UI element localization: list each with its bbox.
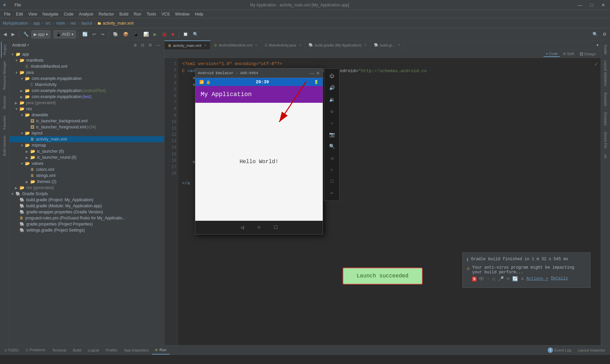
breadcrumb-app[interactable]: app [33,21,40,26]
tree-androidmanifest[interactable]: 🗎 AndroidManifest.xml [9,63,164,69]
emulator-nav-back[interactable]: ◁ [241,224,244,231]
tabs-overflow[interactable]: ▾ [594,42,601,49]
emulator-minimize-btn[interactable]: — [310,70,315,76]
menu-window[interactable]: Window [172,11,192,17]
menu-file[interactable]: File [1,11,13,17]
tree-mipmap[interactable]: ▼ 📂 mipmap [9,142,164,148]
tab-build-gr[interactable]: 🐘 build.gr... ✕ [371,40,404,50]
tree-java[interactable]: ▼ 📂 java [9,69,164,75]
view-design-btn[interactable]: 🖼 Design [578,51,598,57]
tree-colors[interactable]: 🗎 colors.xml [9,166,164,173]
toolbar-layout-inspector[interactable]: 🔍 [191,31,200,38]
emulator-vol-down-btn[interactable]: 🔉 [327,95,337,104]
toolbar-forward[interactable]: ▶ [9,31,17,38]
bottom-tab-todo[interactable]: ≡ TODO [1,345,22,355]
right-emulator-icon[interactable]: Emulator [602,110,609,128]
panel-hide-btn[interactable]: — [155,42,162,48]
tab-mainactivity-close[interactable]: ✕ [299,43,301,47]
emulator-zoom-btn[interactable]: 🔍 [327,142,337,151]
bottom-tab-build[interactable]: Build [69,345,84,355]
panel-collapse-btn[interactable]: ⊟ [140,42,146,48]
emulator-rotate-btn[interactable]: ◇ [328,107,335,116]
code-editor[interactable]: 1 2 3 4 5 6 7 8 9 10 11 12 13 14 15 16 1… [165,58,601,345]
menu-navigate[interactable]: Navigate [40,11,61,17]
tab-androidmanifest[interactable]: 🗎 AndroidManifest.xml ✕ [210,40,262,50]
emulator-vol-up-btn[interactable]: 🔊 [327,83,337,93]
breadcrumb-layout[interactable]: layout [81,21,92,26]
tree-gradle-scripts[interactable]: ▼ 🐘 Gradle Scripts [9,191,164,197]
sidebar-structure-icon[interactable]: Structure [1,93,8,112]
tab-build-gradle[interactable]: 🐘 build.gradle (My Application) ✕ [305,40,370,50]
tab-mainactivity[interactable]: C MainActivity.java ✕ [261,40,305,50]
toolbar-undo[interactable]: ↩ [90,31,98,38]
bottom-tab-terminal[interactable]: Terminal [49,345,69,355]
close-button[interactable]: ✕ [599,2,607,8]
tree-com-example[interactable]: ▼ 📂 com.example.myapplication [9,75,164,82]
right-gradle-icon[interactable]: Gradle [602,42,609,57]
tree-gradle-properties[interactable]: 🐘 gradle.properties (Project Properties) [9,221,164,227]
app-dropdown[interactable]: ▶ app ▾ [31,30,50,38]
sidebar-build-variants-icon[interactable]: Build Variants [1,133,8,159]
menu-analyze[interactable]: Analyze [76,11,96,17]
menu-edit[interactable]: Edit [13,11,26,17]
sidebar-project-icon[interactable]: Project [1,42,8,58]
toolbar-back[interactable]: ◀ [1,31,9,38]
title-bar-menu-file[interactable]: File [12,2,24,8]
emulator-square-btn[interactable]: □ [328,177,335,186]
tree-values[interactable]: ▼ 📂 values [9,160,164,166]
bottom-event-log[interactable]: 3 Event Log [544,345,575,355]
tree-strings[interactable]: 🗎 strings.xml [9,173,164,179]
toolbar-run-config[interactable]: 🔧 [21,31,31,38]
actions-link[interactable]: Actions ▾ [526,276,548,282]
tree-themes[interactable]: ▶ 📂 themes (2) [9,179,164,185]
right-assistant-icon[interactable]: Assistant [602,90,609,109]
bottom-tab-problems[interactable]: ⚠ Problems [22,345,49,355]
emulator-close-btn[interactable]: ✕ [316,70,320,76]
tree-ic-fg[interactable]: 🖼 ic_launcher_foreground.xml (v24) [9,124,164,130]
tab-activity-main[interactable]: 🗎 activity_main.xml ✕ [165,40,210,50]
tree-build-gradle-project[interactable]: 🐘 build.gradle (Project: My_Application) [9,197,164,203]
view-code-btn[interactable]: ≡ Code [544,51,560,57]
tree-androidtest[interactable]: ▶ 📂 com.example.myapplication (androidTe… [9,88,164,94]
bottom-tab-app-inspection[interactable]: App Inspection [121,345,152,355]
emulator-nav-home[interactable]: ○ [257,224,261,231]
breadcrumb-myapplication[interactable]: MyApplication [3,21,28,26]
tree-settings-gradle[interactable]: 🐘 settings.gradle (Project Settings) [9,227,164,233]
tab-androidmanifest-close[interactable]: ✕ [255,43,258,47]
avd-dropdown[interactable]: 📱 AVD ▾ [54,30,76,38]
details-link[interactable]: Details [551,276,568,282]
minimize-button[interactable]: — [576,2,584,8]
right-ret-icon[interactable]: ret [602,152,609,161]
tab-activity-main-close[interactable]: ✕ [204,43,207,47]
toolbar-run[interactable]: ▶ [151,31,159,38]
emulator-power-btn[interactable]: ⏻ [327,71,336,81]
tree-ic-launcher[interactable]: ▶ 📂 ic_launcher (6) [9,148,164,154]
toolbar-search-everywhere[interactable]: 🔍 [590,31,600,38]
toolbar-profiler[interactable]: 📊 [141,31,151,38]
menu-tools[interactable]: Tools [144,11,159,17]
emulator-nav-recent[interactable]: □ [274,224,278,231]
tab-build-gradle-close[interactable]: ✕ [364,43,367,47]
bottom-tab-profiler[interactable]: Profiler [102,345,121,355]
emulator-location-btn[interactable]: ○ [328,165,335,175]
toolbar-sync[interactable]: 🔄 [80,31,90,38]
toolbar-device-mirror[interactable]: 🔲 [181,31,190,38]
menu-help[interactable]: Help [192,11,206,17]
breadcrumb-src[interactable]: src [46,21,51,26]
panel-scope-btn[interactable]: ⊕ [132,42,138,48]
tree-manifests[interactable]: ▼ 📂 manifests [9,57,164,63]
panel-gear-btn[interactable]: ⚙ [147,42,153,48]
menu-run[interactable]: Run [131,11,144,17]
tree-layout[interactable]: ▼ 📂 layout [9,130,164,136]
toolbar-build-gradle[interactable]: 🐘 [111,31,120,38]
breadcrumb-main[interactable]: main [56,21,65,26]
toolbar-settings[interactable]: ⚙ [601,31,609,38]
breadcrumb-file[interactable]: 🖿 activity_main.xml [97,21,134,26]
tab-build-gr-close[interactable]: ✕ [398,43,400,47]
toolbar-debug[interactable]: 🐞 [159,31,169,38]
tree-build-gradle-module[interactable]: 🐘 build.gradle (Module: My_Application.a… [9,203,164,209]
view-split-btn[interactable]: ⧉ Split [561,51,576,57]
maximize-button[interactable]: □ [588,2,595,8]
menu-view[interactable]: View [26,11,40,17]
right-layout-validation-icon[interactable]: Layout Validation [602,58,609,89]
